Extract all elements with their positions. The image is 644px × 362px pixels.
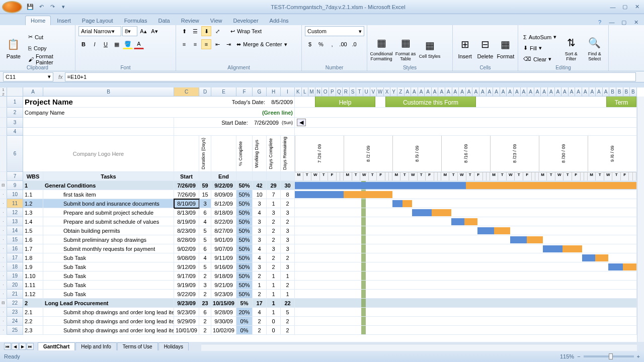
cell-wbs[interactable]: 1.3 xyxy=(23,208,43,217)
col-header-gantt[interactable]: A xyxy=(569,87,576,96)
cell-dc[interactable]: 3 xyxy=(267,208,281,217)
cell-task[interactable]: General Conditions xyxy=(43,181,174,190)
fill-button[interactable]: ⬇Fill▾ xyxy=(521,43,558,53)
cell-end[interactable]: 8/12/09 xyxy=(211,199,236,208)
office-button[interactable] xyxy=(2,1,22,13)
cell-pct[interactable]: 50% xyxy=(236,281,253,290)
cell-end[interactable]: 9/23/09 xyxy=(211,290,236,299)
col-header-gantt[interactable]: B xyxy=(609,87,616,96)
vertical-scrollbar[interactable] xyxy=(637,97,644,342)
cell-pct[interactable]: 5% xyxy=(236,299,253,308)
tab-developer[interactable]: Developer xyxy=(228,16,263,25)
sheet-tab-terms[interactable]: Terms of Use xyxy=(117,342,158,350)
align-center-icon[interactable]: ≡ xyxy=(190,39,200,49)
cell-dc[interactable]: 1 xyxy=(267,199,281,208)
format-painter-button[interactable]: 🖌Format Painter xyxy=(26,54,72,64)
find-select-button[interactable]: 🔍Find & Select xyxy=(584,31,605,66)
wrap-text-button[interactable]: ↩Wrap Text xyxy=(228,26,264,36)
company-name[interactable]: Company Name xyxy=(23,108,174,118)
cell-dc[interactable]: 1 xyxy=(267,290,281,299)
cell-start[interactable]: 9/23/09 xyxy=(174,308,199,317)
cell-end[interactable]: 9/11/09 xyxy=(211,253,236,262)
align-left-icon[interactable]: ≡ xyxy=(179,39,189,49)
cell-start[interactable]: 8/23/09 xyxy=(174,226,199,235)
row-header[interactable]: 18 xyxy=(7,262,23,272)
col-header-gantt[interactable]: A xyxy=(582,87,589,96)
sort-filter-button[interactable]: ⇅Sort & Filter xyxy=(560,31,582,66)
tab-addins[interactable]: Add-Ins xyxy=(265,16,294,25)
row-header[interactable]: 23 xyxy=(7,308,23,317)
cell-wbs[interactable]: 1.5 xyxy=(23,226,43,235)
col-header-gantt[interactable]: A xyxy=(534,87,541,96)
cell-dr[interactable]: 2 xyxy=(281,217,295,226)
cell-wbs[interactable]: 2.1 xyxy=(23,308,43,317)
cell-start[interactable]: 9/08/09 xyxy=(174,253,199,262)
cell-dr[interactable]: 22 xyxy=(281,299,295,308)
col-header-G[interactable]: G xyxy=(253,87,267,96)
row-header[interactable]: 19 xyxy=(7,272,23,281)
cell-duration[interactable]: 3 xyxy=(199,199,211,208)
outline-dot[interactable]: · xyxy=(0,235,7,244)
conditional-formatting-button[interactable]: ▦Conditional Formatting xyxy=(370,31,392,66)
col-header-F[interactable]: F xyxy=(236,87,253,96)
cell-pct[interactable]: 50% xyxy=(236,199,253,208)
zoom-slider[interactable] xyxy=(584,355,634,357)
cell-wd[interactable]: 3 xyxy=(253,262,267,272)
cell-duration[interactable]: 59 xyxy=(199,181,211,190)
outline-dot[interactable]: · xyxy=(0,317,7,326)
col-header-gantt[interactable]: P xyxy=(329,87,336,96)
cell-dc[interactable]: 2 xyxy=(267,262,281,272)
cut-button[interactable]: ✂Cut xyxy=(26,32,72,42)
cell-dc[interactable]: 29 xyxy=(267,181,281,190)
cell-end[interactable]: 8/22/09 xyxy=(211,217,236,226)
cell-pct[interactable]: 0% xyxy=(236,317,253,326)
cell-duration[interactable]: 2 xyxy=(199,326,211,335)
col-header-gantt[interactable]: A xyxy=(589,87,596,96)
row-header[interactable]: 20 xyxy=(7,281,23,290)
cell-dr[interactable]: 2 xyxy=(281,199,295,208)
cell-end[interactable]: 8/09/09 xyxy=(211,190,236,199)
col-header-gantt[interactable]: O xyxy=(322,87,329,96)
cell-dr[interactable]: 8 xyxy=(281,190,295,199)
col-header-gantt[interactable]: Z xyxy=(397,87,405,96)
col-header-gantt[interactable]: A xyxy=(438,87,445,96)
cell-dr[interactable]: 2 xyxy=(281,253,295,262)
align-top-icon[interactable]: ⬆ xyxy=(179,26,189,36)
row-header[interactable]: 11 xyxy=(7,199,23,208)
cell-task[interactable]: Submit preliminary shop drawings xyxy=(43,235,174,244)
col-header-gantt[interactable]: A xyxy=(603,87,610,96)
cell-duration[interactable]: 5 xyxy=(199,226,211,235)
col-header-gantt[interactable]: B xyxy=(616,87,623,96)
col-header-gantt[interactable]: A xyxy=(507,87,514,96)
horizontal-scrollbar[interactable] xyxy=(201,344,637,351)
zoom-level[interactable]: 115% xyxy=(560,353,574,359)
restore-icon[interactable]: ▢ xyxy=(619,17,629,27)
cell-dr[interactable]: 30 xyxy=(281,181,295,190)
cell-duration[interactable]: 4 xyxy=(199,217,211,226)
cell-dr[interactable]: 2 xyxy=(281,317,295,326)
cell-pct[interactable]: 50% xyxy=(236,290,253,299)
tab-formulas[interactable]: Formulas xyxy=(119,16,152,25)
cell-task[interactable]: Sub Task xyxy=(43,253,174,262)
cell-start[interactable]: 8/19/09 xyxy=(174,217,199,226)
cell-dc[interactable]: 0 xyxy=(267,317,281,326)
cell-wbs[interactable]: 2.2 xyxy=(23,317,43,326)
cell-end[interactable]: 9/28/09 xyxy=(211,308,236,317)
underline-button[interactable]: U xyxy=(101,39,111,49)
cell-wbs[interactable]: 2 xyxy=(23,299,43,308)
outline-dot[interactable]: · xyxy=(0,208,7,217)
col-header-A[interactable]: A xyxy=(23,87,43,96)
paste-button[interactable]: 📋Paste xyxy=(3,31,24,66)
cell-wbs[interactable]: 1.11 xyxy=(23,281,43,290)
col-header-gantt[interactable]: A xyxy=(548,87,555,96)
cell-dc[interactable]: 3 xyxy=(267,244,281,253)
cell-pct[interactable]: 50% xyxy=(236,253,253,262)
col-header-H[interactable]: H xyxy=(267,87,281,96)
tab-home[interactable]: Home xyxy=(25,16,51,25)
increase-decimal-icon[interactable]: .00 xyxy=(338,39,348,49)
cell-wbs[interactable]: 1.4 xyxy=(23,217,43,226)
col-header-gantt[interactable]: W xyxy=(377,87,384,96)
cell-wd[interactable]: 3 xyxy=(253,235,267,244)
cell-dr[interactable]: 1 xyxy=(281,272,295,281)
cell-wd[interactable]: 3 xyxy=(253,226,267,235)
